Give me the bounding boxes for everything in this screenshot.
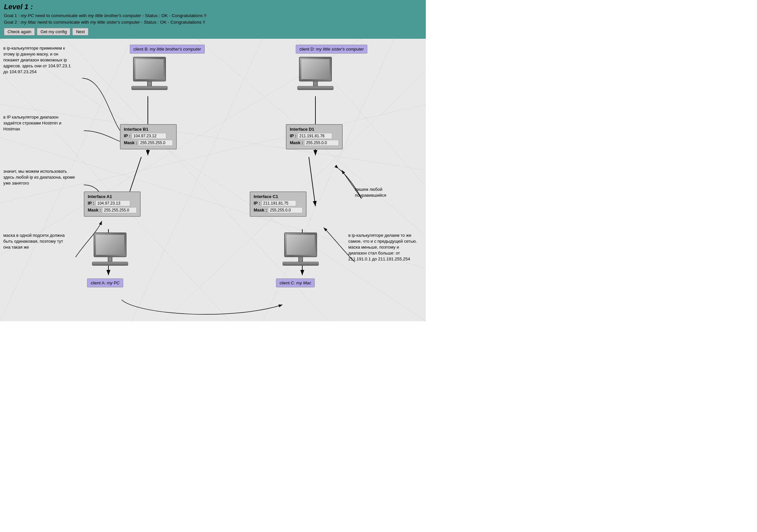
annotation-mid-left-top: в IP калькуляторе диапазон задаётся стро… [3, 114, 76, 133]
annotation-mid-left-bottom: значит, мы можем использовать здесь любо… [3, 168, 76, 187]
goals: Goal 1 : my PC need to communicate with … [4, 13, 422, 26]
interface-c1-ip-row: IP : [254, 200, 303, 206]
goal1-italic2: my little brother's computer [88, 13, 141, 18]
interface-b1-ip-input[interactable] [132, 133, 166, 139]
interface-d1-title: Interface D1 [290, 127, 339, 132]
stand-a [108, 257, 112, 262]
interface-d1-mask-input[interactable] [304, 140, 339, 146]
goal2-italic2: my little sister's computer [90, 20, 140, 25]
interface-d1-ip-input[interactable] [298, 133, 332, 139]
stand-b [147, 81, 152, 86]
interface-a1-mask-row: Mask : [88, 207, 137, 213]
base-a [92, 262, 128, 266]
page-title: Level 1 : [4, 3, 422, 11]
next-button[interactable]: Next [72, 28, 88, 36]
interface-a1-ip-row: IP : [88, 200, 137, 206]
client-c-label: client C: my Mac [276, 279, 315, 287]
goal2-prefix: Goal 2 : [4, 20, 21, 25]
annotation-top-left: в ip-калькуляторе применяем к этому ip д… [3, 45, 76, 75]
stand-c [298, 257, 303, 262]
interface-d1-ip-row: IP : [290, 133, 339, 139]
goal2-italic1: my Mac [21, 20, 36, 25]
interface-a1-mask-label: Mask : [88, 208, 101, 213]
interface-c1-ip-label: IP : [254, 201, 260, 206]
interface-d1-mask-row: Mask : [290, 140, 339, 146]
interface-c1-mask-label: Mask : [254, 208, 267, 213]
interface-b1-ip-row: IP : [124, 133, 173, 139]
interface-a1-mask-input[interactable] [102, 207, 137, 213]
client-a-label: client A: my PC [87, 279, 123, 287]
goal1-italic1: my PC [21, 13, 34, 18]
goal1-suffix: - Status : OK - Congratulations !! [141, 13, 207, 18]
client-b-label: client B: my little brother's computer [130, 44, 205, 53]
computer-c [283, 232, 319, 266]
interface-b1-mask-input[interactable] [138, 140, 173, 146]
toolbar-buttons: Check again Get my config Next [4, 28, 422, 36]
stand-d [313, 81, 318, 86]
base-b [132, 86, 167, 90]
network-canvas: в ip-калькуляторе применяем к этому ip д… [0, 39, 426, 321]
annotation-bottom-left: маска в одной подсети должна быть одинак… [3, 232, 69, 251]
goal1-prefix: Goal 1 : [4, 13, 21, 18]
goal2-line: Goal 2 : my Mac need to communicate with… [4, 19, 422, 26]
interface-a1-ip-input[interactable] [96, 200, 130, 206]
computer-d [297, 57, 333, 90]
interface-d1-ip-label: IP : [290, 133, 296, 138]
interface-c1-ip-input[interactable] [261, 200, 296, 206]
goal1-line: Goal 1 : my PC need to communicate with … [4, 13, 422, 19]
base-d [297, 86, 333, 90]
interface-d1-box: Interface D1 IP : Mask : [286, 124, 343, 149]
interface-b1-mask-label: Mask : [124, 140, 137, 145]
goal2-middle: need to communicate with [36, 20, 90, 25]
client-d-label: client D: my little sister's computer [296, 44, 367, 53]
interface-d1-mask-label: Mask : [290, 140, 303, 145]
goal1-middle: need to communicate with [34, 13, 88, 18]
interface-b1-mask-row: Mask : [124, 140, 173, 146]
computer-a [92, 232, 128, 266]
monitor-d [299, 57, 332, 81]
interface-c1-title: Interface C1 [254, 194, 303, 199]
interface-a1-ip-label: IP : [88, 201, 94, 206]
get-my-config-button[interactable]: Get my config [37, 28, 70, 36]
monitor-a [94, 232, 127, 257]
interface-c1-mask-row: Mask : [254, 207, 303, 213]
base-c [283, 262, 319, 266]
annotation-mid-right: пишем любой понравившийся [355, 187, 414, 198]
svg-line-22 [309, 157, 316, 206]
interface-b1-ip-label: IP : [124, 133, 131, 138]
monitor-b [133, 57, 166, 81]
check-again-button[interactable]: Check again [4, 28, 35, 36]
header: Level 1 : Goal 1 : my PC need to communi… [0, 0, 426, 39]
goal2-suffix: - Status : OK - Congratulations !! [140, 20, 205, 25]
interface-b1-box: Interface B1 IP : Mask : [120, 124, 177, 149]
interface-b1-title: Interface B1 [124, 127, 173, 132]
computer-b [132, 57, 167, 90]
interface-c1-box: Interface C1 IP : Mask : [250, 192, 307, 217]
monitor-c [284, 232, 317, 257]
interface-a1-title: Interface A1 [88, 194, 137, 199]
annotation-bottom-right: в ip-калькуляторе делаем то же самое, чт… [348, 232, 417, 262]
interface-a1-box: Interface A1 IP : Mask : [84, 192, 141, 217]
interface-c1-mask-input[interactable] [268, 207, 303, 213]
